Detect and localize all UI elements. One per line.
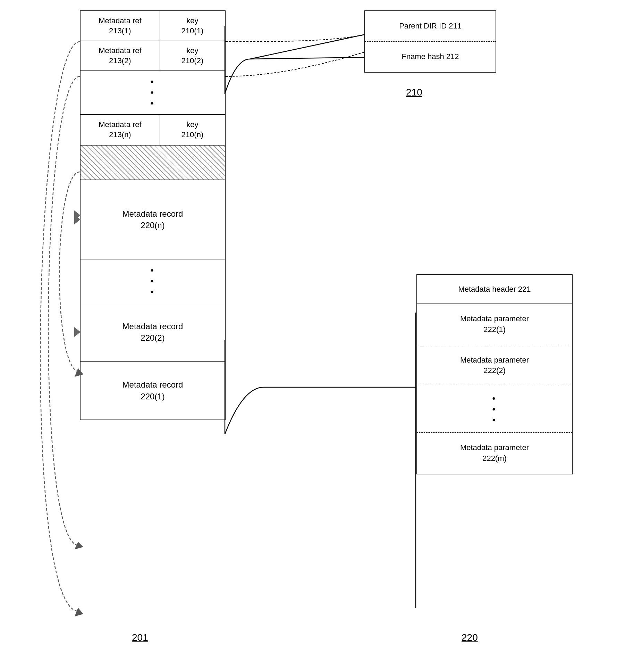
record-1: Metadata record220(1): [81, 362, 225, 420]
meta-param-2: Metadata parameter222(2): [417, 345, 572, 387]
meta-header-221: Metadata header 221: [417, 275, 572, 304]
row-nth: Metadata ref213(n) key210(n): [81, 115, 225, 145]
meta-param-m: Metadata parameter222(m): [417, 433, 572, 474]
hatched-section: [81, 146, 225, 180]
svg-marker-3: [75, 542, 83, 549]
record-2: Metadata record220(2): [81, 303, 225, 362]
meta-ref-n: Metadata ref213(n): [81, 115, 160, 144]
row-2: Metadata ref213(2) key210(2): [81, 41, 225, 71]
table-201-label: 201: [132, 632, 148, 643]
fname-hash: Fname hash 212: [365, 41, 496, 72]
key-box-210: Parent DIR ID 211 Fname hash 212: [364, 10, 496, 73]
svg-marker-2: [75, 608, 83, 616]
key-2: key210(2): [160, 41, 225, 70]
arrow-1: [74, 210, 81, 220]
meta-ref-2: Metadata ref213(2): [81, 41, 160, 70]
parent-dir-id: Parent DIR ID 211: [365, 11, 496, 41]
key-210-label: 210: [406, 87, 422, 98]
arrow-2: [74, 327, 81, 337]
diagram-container: Metadata ref213(1) key210(1) Metadata re…: [0, 0, 642, 672]
dots-section: •••: [81, 71, 225, 115]
meta-dots: •••: [417, 386, 572, 433]
meta-record-220: Metadata header 221 Metadata parameter22…: [416, 274, 573, 474]
table-201: Metadata ref213(1) key210(1) Metadata re…: [80, 10, 226, 420]
svg-line-0: [250, 35, 364, 59]
key-1: key210(1): [160, 11, 225, 41]
meta-ref-1: Metadata ref213(1): [81, 11, 160, 41]
svg-line-1: [250, 57, 364, 59]
key-n: key210(n): [160, 115, 225, 144]
row-1: Metadata ref213(1) key210(1): [81, 11, 225, 41]
meta-param-1: Metadata parameter222(1): [417, 304, 572, 345]
record-dots: •••: [81, 259, 225, 303]
meta-220-label: 220: [462, 632, 478, 643]
record-n: Metadata record220(n): [81, 180, 225, 259]
